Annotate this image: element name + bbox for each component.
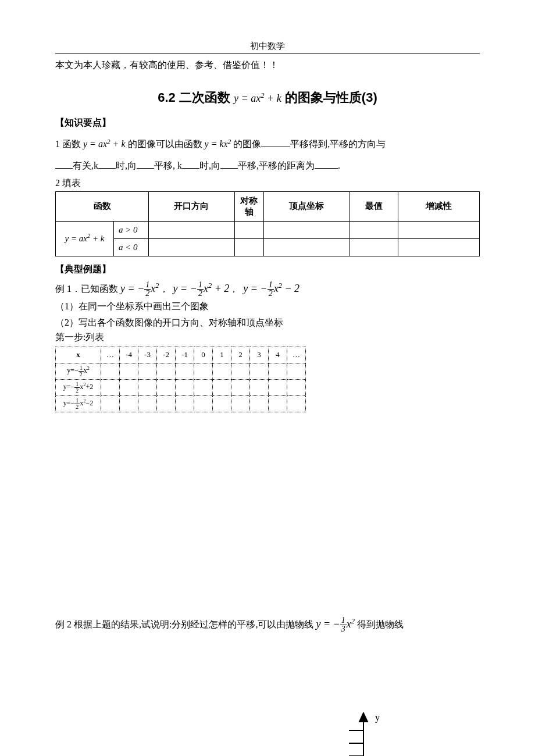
blank-cell[interactable] <box>157 395 176 412</box>
p2c: 平移, k <box>154 161 182 170</box>
td-cond1: a > 0 <box>114 221 149 238</box>
blank-2[interactable] <box>55 159 73 169</box>
p1-formula2: y = kx2 <box>205 139 231 149</box>
row-label-1: y=−12x2 <box>56 363 101 379</box>
blank-cell[interactable] <box>138 379 157 395</box>
blank-cell[interactable] <box>250 395 269 412</box>
intro-text: 本文为本人珍藏，有较高的使用、参考、借鉴价值！！ <box>55 59 480 72</box>
x-val: -1 <box>176 347 194 363</box>
p2a: 有关,k <box>73 161 98 170</box>
blank-cell[interactable] <box>176 363 194 379</box>
blank-cell[interactable] <box>250 363 269 379</box>
th-mono: 增减性 <box>398 191 480 221</box>
blank-cell[interactable] <box>269 395 287 412</box>
x-val: … <box>101 347 120 363</box>
th-axis: 对称轴 <box>234 191 263 221</box>
blank-cell[interactable] <box>176 395 194 412</box>
table-row: y = ax2 + k a > 0 <box>56 221 480 238</box>
blank-cell[interactable] <box>263 238 349 256</box>
x-val: -2 <box>157 347 176 363</box>
x-val: 3 <box>250 347 269 363</box>
x-val: 0 <box>194 347 213 363</box>
ex1-q2: （2）写出各个函数图像的开口方向、对称轴和顶点坐标 <box>55 315 480 330</box>
p2b: 时,向 <box>116 161 137 170</box>
blank-cell[interactable] <box>250 379 269 395</box>
blank-cell[interactable] <box>157 379 176 395</box>
blank-cell[interactable] <box>231 379 250 395</box>
blank-cell[interactable] <box>120 379 138 395</box>
ex1-f3: y = −12x2 − 2 <box>243 283 299 294</box>
example-1: 例 1．已知函数 y = −12x2， y = −12x2 + 2， y = −… <box>55 280 480 298</box>
blank-cell[interactable] <box>234 238 263 256</box>
blank-cell[interactable] <box>120 363 138 379</box>
x-val: 1 <box>213 347 231 363</box>
blank-cell[interactable] <box>149 238 235 256</box>
blank-cell[interactable] <box>213 379 231 395</box>
ex2-formula: y = −13x2 <box>316 618 355 630</box>
title-prefix: 6.2 二次函数 <box>158 90 230 105</box>
values-row: y=−12x2+2 <box>56 379 306 395</box>
blank-cell[interactable] <box>287 379 306 395</box>
blank-3[interactable] <box>98 159 116 169</box>
blank-cell[interactable] <box>269 379 287 395</box>
values-header-row: x … -4 -3 -2 -1 0 1 2 3 4 … <box>56 347 306 363</box>
blank-cell[interactable] <box>213 363 231 379</box>
th-vertex: 顶点坐标 <box>263 191 349 221</box>
row-label-2: y=−12x2+2 <box>56 379 101 395</box>
step-1: 第一步:列表 <box>55 331 480 344</box>
blank-cell[interactable] <box>101 363 120 379</box>
blank-cell[interactable] <box>138 363 157 379</box>
blank-5[interactable] <box>182 159 199 169</box>
example-2: 例 2 根据上题的结果,试说明:分别经过怎样的平移,可以由抛物线 y = −13… <box>55 615 480 633</box>
td-func: y = ax2 + k <box>56 221 114 256</box>
p2d: 时,向 <box>199 161 220 170</box>
blank-cell[interactable] <box>101 395 120 412</box>
blank-4[interactable] <box>137 159 154 169</box>
blank-cell[interactable] <box>194 363 213 379</box>
title-formula: y = ax2 + k <box>234 92 281 104</box>
header-rule <box>55 53 480 54</box>
table-header-row: 函数 开口方向 对称轴 顶点坐标 最值 增减性 <box>56 191 480 221</box>
p1d: 平移得到,平移的方向与 <box>290 139 386 149</box>
blank-7[interactable] <box>315 159 338 169</box>
blank-cell[interactable] <box>149 221 235 238</box>
blank-cell[interactable] <box>176 379 194 395</box>
td-cond2: a < 0 <box>114 238 149 256</box>
ex2b: 得到抛物线 <box>357 619 404 629</box>
blank-cell[interactable] <box>231 395 250 412</box>
properties-table: 函数 开口方向 对称轴 顶点坐标 最值 增减性 y = ax2 + k a > … <box>55 191 480 256</box>
y-arrow-icon <box>359 713 368 722</box>
x-val: -3 <box>138 347 157 363</box>
blank-cell[interactable] <box>287 395 306 412</box>
blank-cell[interactable] <box>349 221 398 238</box>
blank-cell[interactable] <box>194 395 213 412</box>
th-extreme: 最值 <box>349 191 398 221</box>
blank-cell[interactable] <box>157 363 176 379</box>
values-row: y=−12x2−2 <box>56 395 306 412</box>
title-suffix: 的图象与性质(3) <box>285 90 377 105</box>
x-val: 2 <box>231 347 250 363</box>
blank-cell[interactable] <box>120 395 138 412</box>
x-val: … <box>287 347 306 363</box>
row-label-3: y=−12x2−2 <box>56 395 101 412</box>
p1a: 1 函数 <box>55 139 83 149</box>
blank-cell[interactable] <box>263 221 349 238</box>
blank-6[interactable] <box>220 159 238 169</box>
p1b: 的图像可以由函数 <box>128 139 205 149</box>
blank-cell[interactable] <box>287 363 306 379</box>
ex2a: 例 2 根据上题的结果,试说明:分别经过怎样的平移,可以由抛物线 <box>55 619 316 629</box>
blank-cell[interactable] <box>269 363 287 379</box>
section-examples: 【典型例题】 <box>55 263 480 276</box>
blank-cell[interactable] <box>398 238 480 256</box>
blank-cell[interactable] <box>234 221 263 238</box>
y-axis-label: y <box>375 712 380 723</box>
th-func: 函数 <box>56 191 149 221</box>
blank-cell[interactable] <box>194 379 213 395</box>
blank-1[interactable] <box>261 138 290 147</box>
blank-cell[interactable] <box>138 395 157 412</box>
blank-cell[interactable] <box>101 379 120 395</box>
blank-cell[interactable] <box>213 395 231 412</box>
blank-cell[interactable] <box>349 238 398 256</box>
blank-cell[interactable] <box>398 221 480 238</box>
blank-cell[interactable] <box>231 363 250 379</box>
